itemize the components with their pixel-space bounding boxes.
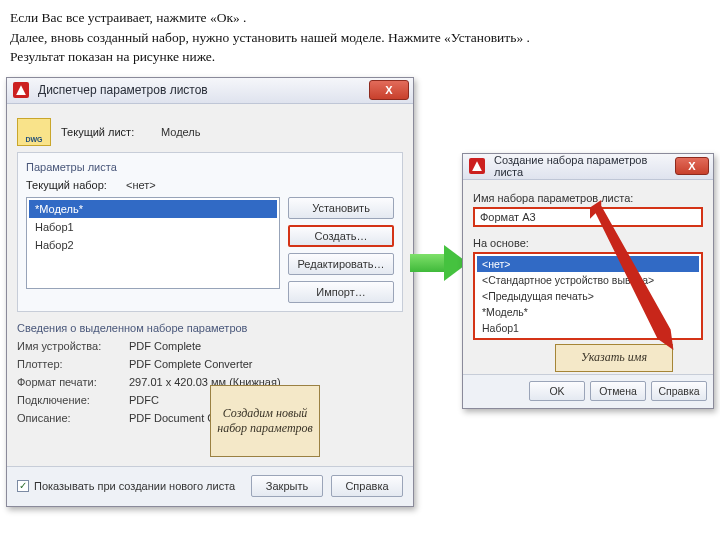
edit-button[interactable]: Редактировать… <box>288 253 394 275</box>
callout-specify-name: Указать имя <box>555 344 673 372</box>
close-button[interactable]: Закрыть <box>251 475 323 497</box>
name-value: Формат А3 <box>480 211 536 223</box>
close-icon[interactable]: X <box>369 80 409 100</box>
show-on-new-sheet-checkbox[interactable]: ✓ Показывать при создании нового листа <box>17 480 235 492</box>
new-button[interactable]: Создать… <box>288 225 394 247</box>
callout-create-new-set: Создадим новый набор параметров <box>210 385 320 457</box>
device-label: Имя устройства: <box>17 340 129 352</box>
page-set-list[interactable]: *Модель* Набор1 Набор2 <box>26 197 280 289</box>
green-arrow-icon <box>410 245 468 281</box>
current-sheet-value: Модель <box>161 126 200 138</box>
list-item[interactable]: Набор2 <box>29 236 277 254</box>
current-sheet-label: Текущий лист: <box>61 126 161 138</box>
import-button[interactable]: Импорт… <box>288 281 394 303</box>
checkbox-label: Показывать при создании нового листа <box>34 480 235 492</box>
basis-label: На основе: <box>473 237 703 249</box>
doc-line-2: Далее, вновь созданный набор, нужно уста… <box>10 28 710 48</box>
help-button[interactable]: Справка <box>331 475 403 497</box>
list-item[interactable]: Набор2 <box>477 336 699 340</box>
plotter-value: PDF Complete Converter <box>129 358 253 370</box>
titlebar[interactable]: Диспетчер параметров листов X <box>7 78 413 104</box>
list-item[interactable]: *Модель* <box>477 304 699 320</box>
current-set-label: Текущий набор: <box>26 179 126 191</box>
app-icon <box>13 82 29 98</box>
description-label: Описание: <box>17 412 129 424</box>
titlebar[interactable]: Создание набора параметров листа X <box>463 154 713 180</box>
doc-paragraphs: Если Вас все устраивает, нажмите «Ок» . … <box>0 0 720 77</box>
list-item[interactable]: Набор1 <box>29 218 277 236</box>
connection-label: Подключение: <box>17 394 129 406</box>
current-set-value: <нет> <box>126 179 156 191</box>
device-value: PDF Complete <box>129 340 201 352</box>
list-item[interactable]: <Стандартное устройство вывода> <box>477 272 699 288</box>
name-label: Имя набора параметров листа: <box>473 192 703 204</box>
list-item[interactable]: <Предыдущая печать> <box>477 288 699 304</box>
name-input[interactable]: Формат А3 <box>473 207 703 227</box>
details-title: Сведения о выделенном наборе параметров <box>17 322 403 334</box>
ok-button[interactable]: OK <box>529 381 585 401</box>
list-item[interactable]: <нет> <box>477 256 699 272</box>
plotter-label: Плоттер: <box>17 358 129 370</box>
help-button[interactable]: Справка <box>651 381 707 401</box>
dialog-title: Диспетчер параметров листов <box>34 83 369 97</box>
format-label: Формат печати: <box>17 376 129 388</box>
doc-line-3: Результат показан на рисунке ниже. <box>10 47 710 67</box>
basis-list[interactable]: <нет> <Стандартное устройство вывода> <П… <box>473 252 703 340</box>
list-item[interactable]: Набор1 <box>477 320 699 336</box>
cancel-button[interactable]: Отмена <box>590 381 646 401</box>
page-sets-group: Параметры листа Текущий набор: <нет> *Мо… <box>17 152 403 312</box>
doc-line-1: Если Вас все устраивает, нажмите «Ок» . <box>10 8 710 28</box>
checkbox-icon: ✓ <box>17 480 29 492</box>
set-current-button[interactable]: Установить <box>288 197 394 219</box>
dwg-icon: DWG <box>17 118 51 146</box>
dialog-title: Создание набора параметров листа <box>490 154 675 178</box>
app-icon <box>469 158 485 174</box>
close-icon[interactable]: X <box>675 157 709 175</box>
group-title: Параметры листа <box>26 161 394 173</box>
connection-value: PDFC <box>129 394 159 406</box>
list-item[interactable]: *Модель* <box>29 200 277 218</box>
